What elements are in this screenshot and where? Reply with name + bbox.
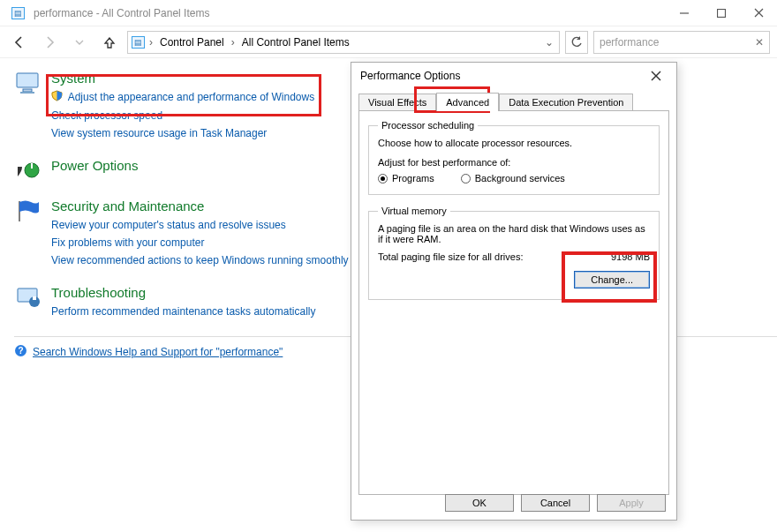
- back-button[interactable]: [7, 30, 32, 55]
- chevron-right-icon[interactable]: ›: [147, 36, 155, 49]
- maximize-button[interactable]: [703, 0, 740, 26]
- performance-options-dialog: Performance Options Visual Effects Advan…: [351, 62, 677, 521]
- monitor-icon: [14, 71, 42, 142]
- apply-button[interactable]: Apply: [597, 494, 666, 512]
- help-icon: ?: [14, 344, 27, 360]
- link-review-status[interactable]: Review your computer's status and resolv…: [51, 216, 349, 234]
- control-panel-icon: ▤: [132, 36, 145, 49]
- tab-dep[interactable]: Data Execution Prevention: [499, 94, 633, 110]
- vm-desc: A paging file is an area on the hard dis…: [378, 223, 650, 244]
- breadcrumb[interactable]: ▤ › Control Panel › All Control Panel It…: [127, 31, 560, 54]
- svg-text:?: ?: [18, 346, 23, 356]
- ok-button[interactable]: OK: [445, 494, 514, 512]
- clear-search-icon[interactable]: ✕: [755, 36, 764, 49]
- vm-total-value: 9198 MB: [611, 251, 650, 262]
- search-input[interactable]: performance ✕: [593, 31, 770, 54]
- group-virtual-memory: Virtual memory A paging file is an area …: [368, 206, 660, 300]
- chevron-down-icon[interactable]: ⌄: [539, 36, 559, 49]
- breadcrumb-item[interactable]: All Control Panel Items: [239, 36, 352, 49]
- vm-total-label: Total paging file size for all drives:: [378, 251, 523, 262]
- tab-advanced[interactable]: Advanced: [436, 93, 499, 111]
- radio-background-services[interactable]: Background services: [461, 173, 565, 184]
- cancel-button[interactable]: Cancel: [521, 494, 590, 512]
- app-icon: ▤: [7, 5, 28, 21]
- category-title[interactable]: Security and Maintenance: [51, 199, 349, 214]
- help-link[interactable]: Search Windows Help and Support for "per…: [33, 346, 283, 358]
- radio-dot-icon: [378, 174, 388, 184]
- svg-rect-4: [17, 73, 38, 87]
- processor-desc: Choose how to allocate processor resourc…: [378, 138, 650, 148]
- navigation-bar: ▤ › Control Panel › All Control Panel It…: [0, 26, 777, 58]
- recent-dropdown[interactable]: [67, 30, 92, 55]
- dialog-close-button[interactable]: [645, 64, 668, 87]
- tab-visual-effects[interactable]: Visual Effects: [358, 94, 436, 110]
- link-fix-problems[interactable]: Fix problems with your computer: [51, 234, 349, 251]
- link-maintenance-tasks[interactable]: Perform recommended maintenance tasks au…: [51, 303, 315, 320]
- up-button[interactable]: [97, 30, 122, 55]
- window-title: performance - All Control Panel Items: [34, 7, 666, 19]
- group-legend: Virtual memory: [378, 206, 450, 216]
- flag-icon: [14, 199, 42, 269]
- power-icon: [14, 158, 42, 183]
- breadcrumb-item[interactable]: Control Panel: [157, 36, 227, 49]
- category-title[interactable]: System: [51, 71, 314, 86]
- group-legend: Processor scheduling: [378, 120, 478, 131]
- window-titlebar: ▤ performance - All Control Panel Items: [0, 0, 777, 26]
- group-processor-scheduling: Processor scheduling Choose how to alloc…: [368, 120, 660, 195]
- category-title[interactable]: Power Options: [51, 158, 138, 173]
- troubleshoot-icon: [14, 285, 42, 320]
- svg-rect-12: [33, 296, 36, 300]
- radio-dot-icon: [461, 174, 471, 184]
- radio-programs[interactable]: Programs: [378, 173, 434, 184]
- forward-button[interactable]: [37, 30, 62, 55]
- refresh-button[interactable]: [565, 31, 588, 54]
- minimize-button[interactable]: [666, 0, 703, 26]
- search-placeholder: performance: [600, 36, 659, 49]
- dialog-tabs: Visual Effects Advanced Data Execution P…: [351, 89, 676, 110]
- dialog-titlebar: Performance Options: [351, 63, 676, 89]
- dialog-title: Performance Options: [360, 70, 460, 82]
- adjust-label: Adjust for best performance of:: [378, 157, 650, 168]
- chevron-right-icon[interactable]: ›: [229, 36, 238, 49]
- link-task-manager-usage[interactable]: View system resource usage in Task Manag…: [51, 124, 314, 142]
- svg-rect-5: [23, 89, 32, 92]
- tab-panel-advanced: Processor scheduling Choose how to alloc…: [358, 110, 669, 495]
- svg-rect-1: [718, 9, 726, 17]
- change-button[interactable]: Change...: [574, 271, 650, 288]
- link-check-cpu-speed[interactable]: Check processor speed: [51, 107, 314, 124]
- shield-icon: [51, 89, 63, 107]
- dialog-buttons: OK Cancel Apply: [445, 494, 666, 512]
- close-button[interactable]: [740, 0, 777, 26]
- category-title[interactable]: Troubleshooting: [51, 285, 315, 300]
- link-adjust-appearance[interactable]: Adjust the appearance and performance of…: [51, 88, 314, 107]
- svg-rect-8: [31, 163, 33, 169]
- link-recommended-actions[interactable]: View recommended actions to keep Windows…: [51, 251, 349, 269]
- svg-rect-6: [20, 92, 34, 94]
